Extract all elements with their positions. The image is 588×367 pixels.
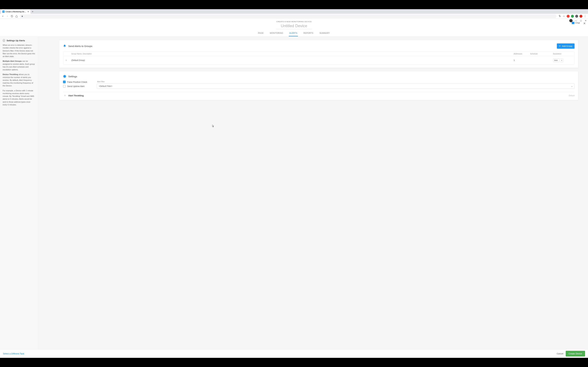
sidebar-text: Multiple Alert Groups can be assigned to… (3, 60, 35, 71)
chat-label: Chat (575, 22, 580, 24)
alert-filter-select[interactable]: <Default Filter> ⌄ (97, 83, 575, 89)
checkbox-icon (63, 85, 66, 87)
tab-alerts[interactable]: ALERTS (289, 31, 298, 36)
col-header: Escalation (553, 53, 573, 55)
chevron-right-icon[interactable] (65, 59, 68, 62)
throttle-badge: Default (569, 94, 575, 97)
table-row: (Default Group)1Imm▾ (63, 56, 574, 64)
back-icon[interactable] (1, 15, 4, 18)
device-name-input[interactable]: Untitled Device (276, 24, 312, 29)
address-bar[interactable] (20, 14, 556, 18)
plus-icon: + (559, 45, 561, 47)
card-title: Send Alerts to Groups (68, 45, 92, 48)
browser-toolbar: ⇅ ☆ ⋮ (0, 14, 588, 19)
sidebar-text: Device Throttling allows you to minimize… (3, 73, 35, 87)
chat-button[interactable]: Chat (572, 22, 580, 24)
page-subtitle: CREATE A NEW MONITORING DEVICE (0, 21, 588, 23)
col-header: Schedule (530, 53, 553, 55)
home-icon[interactable] (15, 15, 18, 18)
group-name: (Default Group) (71, 59, 514, 61)
tab-monitoring[interactable]: MONITORING (269, 31, 284, 36)
groups-table: Group Name, Description Addresses Schedu… (63, 51, 575, 65)
forward-icon[interactable] (6, 15, 9, 18)
tab-summary[interactable]: SUMMARY (319, 31, 331, 36)
translate-icon[interactable]: ⇅ (558, 15, 561, 18)
chat-icon (572, 22, 574, 24)
add-group-button[interactable]: + Add Group (557, 43, 575, 49)
reload-icon[interactable] (10, 15, 13, 18)
browser-tab-strip: dm Create a Monitoring Device ✕ + (0, 9, 588, 14)
checkbox-icon: ✓ (63, 81, 66, 83)
extension-icon[interactable] (571, 15, 574, 18)
chevron-right-icon (64, 94, 66, 97)
send-uptime-checkbox[interactable]: Send Uptime Alert (63, 85, 87, 87)
gear-icon (63, 75, 66, 78)
alert-throttling-row[interactable]: Alert Throttling Default (63, 92, 575, 97)
info-icon: i (3, 39, 5, 42)
svg-rect-0 (22, 16, 23, 17)
close-tab-icon[interactable]: ✕ (27, 11, 29, 13)
tab-reports[interactable]: REPORTS (303, 31, 314, 36)
kebab-menu-icon[interactable]: ⋮ (584, 15, 587, 18)
tab-title: Create a Monitoring Device (6, 11, 26, 13)
filter-label: Alert filter (97, 81, 575, 83)
app-header: CREATE A NEW MONITORING DEVICE Untitled … (0, 19, 588, 37)
bell-icon (63, 44, 66, 48)
extension-icon[interactable] (567, 15, 570, 18)
footer-bar: Select a Different Task Cancel Create De… (0, 349, 588, 358)
cancel-button[interactable]: Cancel (554, 351, 565, 356)
card-title: Settings (68, 75, 77, 78)
alerts-groups-card: Send Alerts to Groups + Add Group Group … (59, 40, 578, 68)
col-header: Addresses (514, 53, 530, 55)
false-positive-checkbox[interactable]: ✓ False Positive Check (63, 81, 87, 83)
escalation-dropdown[interactable]: ▾ (560, 59, 563, 62)
settings-card: Settings ✓ False Positive Check Send Upt… (59, 71, 578, 100)
extensions-menu-icon[interactable] (575, 15, 578, 18)
profile-avatar-icon[interactable] (579, 15, 582, 18)
sidebar-text: For example, a Device with 1 minute moni… (3, 89, 35, 106)
browser-tab[interactable]: dm Create a Monitoring Device ✕ (1, 9, 31, 14)
new-tab-button[interactable]: + (31, 9, 35, 14)
escalation-value: Imm (553, 58, 560, 62)
star-icon[interactable]: ☆ (562, 15, 565, 18)
favicon-icon: dm (2, 10, 5, 13)
sidebar-title: i Settings Up Alerts (3, 39, 35, 42)
select-different-task-link[interactable]: Select a Different Task (3, 352, 24, 355)
create-device-button[interactable]: Create Device (566, 351, 585, 357)
chevron-down-icon: ⌄ (571, 85, 573, 87)
close-panel-icon[interactable]: ✕ (583, 22, 586, 25)
sidebar-text: When an error is detected, dotocm-monito… (3, 44, 35, 58)
lock-icon (21, 15, 23, 17)
col-header: Group Name, Description (71, 53, 514, 55)
help-sidebar: i Settings Up Alerts When an error is de… (0, 37, 38, 349)
group-addresses: 1 (514, 59, 530, 61)
tab-page[interactable]: PAGE (257, 31, 264, 36)
